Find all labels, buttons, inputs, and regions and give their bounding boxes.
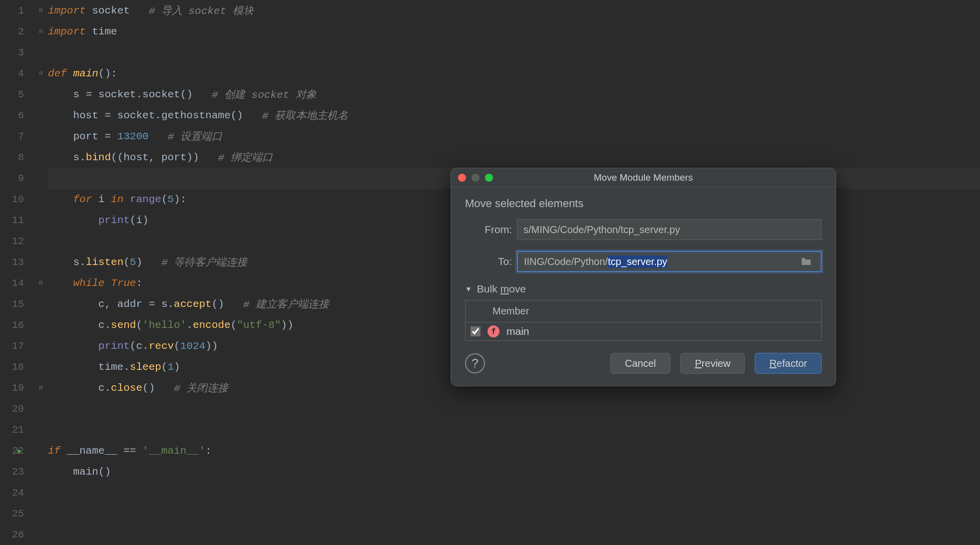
gutter-line: 11	[0, 210, 48, 231]
fold-icon[interactable]: ⊟	[39, 384, 43, 392]
gutter-line: 16	[0, 314, 48, 335]
code-line[interactable]	[48, 398, 980, 419]
move-module-dialog: Move Module Members Move selected elemen…	[451, 168, 836, 386]
fold-icon[interactable]: ⊟	[39, 27, 43, 35]
minimize-icon	[472, 174, 480, 182]
preview-button[interactable]: Preview	[680, 353, 745, 374]
gutter-line: 17	[0, 335, 48, 356]
code-line[interactable]	[48, 482, 980, 503]
fold-icon[interactable]: ⊟	[39, 69, 43, 77]
member-table: Member fmain	[465, 300, 822, 341]
gutter-line: 1⊟	[0, 0, 48, 21]
gutter-line: 14⊟	[0, 272, 48, 293]
gutter-line: 15	[0, 293, 48, 314]
code-line[interactable]	[48, 42, 980, 63]
dialog-titlebar: Move Module Members	[451, 168, 836, 187]
help-button[interactable]: ?	[465, 353, 485, 373]
to-input[interactable]: IING/Code/Python/tcp_server.py	[517, 251, 822, 272]
gutter-line: 10	[0, 189, 48, 210]
code-line[interactable]: s.bind((host, port)) # 绑定端口	[48, 147, 980, 168]
member-name: main	[506, 325, 529, 337]
gutter-line: 8	[0, 147, 48, 168]
code-line[interactable]: import time	[48, 21, 980, 42]
to-row: To: IING/Code/Python/tcp_server.py	[465, 251, 822, 272]
to-input-selection: tcp_server.py	[608, 256, 667, 268]
function-icon: f	[488, 325, 499, 337]
bulk-move-disclosure[interactable]: ▼ Bulk move	[465, 283, 822, 295]
code-line[interactable]	[48, 524, 980, 545]
maximize-icon[interactable]	[485, 174, 493, 182]
to-input-prefix: IING/Code/Python/	[524, 256, 608, 268]
gutter-line: 9	[0, 168, 48, 189]
window-controls	[458, 174, 493, 182]
code-line[interactable]: main()	[48, 461, 980, 482]
code-line[interactable]: import socket # 导入 socket 模块	[48, 0, 980, 21]
from-label: From:	[465, 224, 517, 236]
cancel-button[interactable]: Cancel	[610, 353, 670, 374]
code-line[interactable]: port = 13200 # 设置端口	[48, 126, 980, 147]
to-label: To:	[465, 256, 517, 268]
gutter-line: 6	[0, 105, 48, 126]
fold-icon[interactable]: ⊟	[39, 6, 43, 14]
chevron-down-icon: ▼	[465, 285, 472, 293]
close-icon[interactable]	[458, 174, 466, 182]
gutter-line: 24	[0, 482, 48, 503]
gutter-line: 22▶	[0, 440, 48, 461]
code-line[interactable]: if __name__ == '__main__':	[48, 440, 980, 461]
dialog-title: Move Module Members	[451, 172, 836, 183]
gutter-line: 13	[0, 252, 48, 272]
folder-icon[interactable]	[798, 254, 815, 269]
gutter-line: 25	[0, 503, 48, 524]
gutter-line: 5	[0, 84, 48, 105]
refactor-button[interactable]: Refactor	[755, 353, 822, 374]
gutter-line: 23	[0, 461, 48, 482]
fold-icon[interactable]: ⊟	[39, 279, 43, 287]
code-line[interactable]: host = socket.gethostname() # 获取本地主机名	[48, 105, 980, 126]
code-line[interactable]	[48, 419, 980, 440]
run-gutter-icon[interactable]: ▶	[17, 446, 22, 456]
member-row[interactable]: fmain	[466, 322, 821, 340]
gutter-line: 7	[0, 126, 48, 147]
gutter-line: 4⊟	[0, 63, 48, 84]
editor-gutter: 1⊟2⊟34⊟567891011121314⊟1516171819⊟202122…	[0, 0, 48, 545]
from-row: From:	[465, 219, 822, 240]
from-input[interactable]	[517, 219, 822, 240]
code-line[interactable]: def main():	[48, 63, 980, 84]
gutter-line: 26	[0, 524, 48, 545]
dialog-section-title: Move selected elements	[465, 197, 822, 210]
gutter-line: 3	[0, 42, 48, 63]
code-line[interactable]: s = socket.socket() # 创建 socket 对象	[48, 84, 980, 105]
gutter-line: 20	[0, 398, 48, 419]
member-table-header: Member	[466, 300, 821, 322]
gutter-line: 21	[0, 419, 48, 440]
gutter-line: 18	[0, 356, 48, 377]
member-checkbox[interactable]	[471, 326, 481, 336]
gutter-line: 2⊟	[0, 21, 48, 42]
code-line[interactable]	[48, 503, 980, 524]
gutter-line: 12	[0, 231, 48, 252]
gutter-line: 19⊟	[0, 377, 48, 398]
